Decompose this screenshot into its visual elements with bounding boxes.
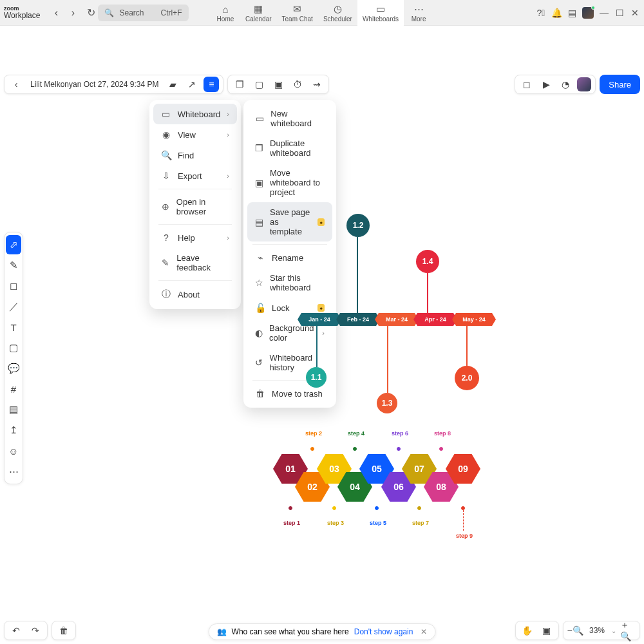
tab-home[interactable]: ⌂Home bbox=[211, 0, 240, 26]
premium-badge: ⬥ bbox=[317, 218, 325, 226]
submenu-new-label: New whiteboard bbox=[270, 109, 325, 128]
people-icon: 👥 bbox=[217, 627, 227, 636]
submenu-duplicate-label: Duplicate whiteboard bbox=[270, 138, 325, 158]
zoom-chevron-icon[interactable]: ⌄ bbox=[611, 627, 616, 634]
tab-more-label: More bbox=[412, 15, 426, 23]
tab-scheduler-label: Scheduler bbox=[323, 15, 352, 23]
submenu-save-template-label: Save page as template bbox=[270, 207, 311, 236]
help-icon[interactable]: ?⃝ bbox=[536, 8, 546, 18]
menu-open-browser[interactable]: ⊕Open in browser bbox=[153, 192, 237, 222]
submenu-move[interactable]: ▣Move whiteboard to project bbox=[247, 163, 332, 202]
submenu-rename[interactable]: ⌁Rename bbox=[247, 247, 332, 268]
timeline-node[interactable]: 2.0 bbox=[455, 366, 479, 390]
menu-feedback[interactable]: ✎Leave feedback bbox=[153, 248, 237, 278]
nav-forward-button[interactable]: › bbox=[66, 6, 80, 20]
undo-button[interactable]: ↶ bbox=[8, 623, 24, 638]
submenu-new[interactable]: ▭New whiteboard bbox=[247, 104, 332, 133]
step-dot bbox=[289, 506, 292, 510]
video-icon[interactable]: ▶ bbox=[538, 77, 554, 92]
window-minimize[interactable]: — bbox=[599, 8, 609, 18]
timeline-node[interactable]: 1.4 bbox=[416, 250, 439, 273]
search-box[interactable]: 🔍 Search Ctrl+F bbox=[98, 5, 188, 21]
submenu-duplicate[interactable]: ❐Duplicate whiteboard bbox=[247, 133, 332, 163]
profile-avatar[interactable] bbox=[582, 7, 594, 19]
menu-help[interactable]: ?Help› bbox=[153, 227, 237, 248]
tool-upload[interactable]: ↥ bbox=[6, 421, 21, 440]
timer-icon[interactable]: ⏱ bbox=[290, 77, 305, 92]
timeline-node[interactable]: 1.3 bbox=[377, 393, 397, 413]
trash-icon: 🗑 bbox=[255, 388, 265, 399]
tool-line[interactable]: ／ bbox=[6, 297, 21, 316]
tool-sticky[interactable]: ▢ bbox=[6, 338, 21, 357]
follow-icon[interactable]: ⇝ bbox=[309, 77, 325, 92]
window-maximize[interactable]: ☐ bbox=[614, 8, 625, 18]
pages-icon[interactable]: ❐ bbox=[232, 77, 247, 92]
minimap-button[interactable]: ▣ bbox=[539, 623, 554, 638]
tab-calendar[interactable]: ▦Calendar bbox=[240, 0, 277, 26]
tool-frame[interactable]: # bbox=[6, 379, 21, 399]
menu-about[interactable]: ⓘAbout bbox=[153, 283, 237, 305]
tab-scheduler[interactable]: ◷Scheduler bbox=[318, 0, 357, 26]
nav-back-button[interactable]: ‹ bbox=[49, 6, 63, 20]
tool-more[interactable]: ⋯ bbox=[6, 462, 21, 481]
share-button[interactable]: Share bbox=[600, 75, 640, 94]
hex-label: 02 bbox=[307, 482, 317, 492]
apps-icon[interactable]: ▤ bbox=[567, 8, 577, 18]
redo-button[interactable]: ↷ bbox=[28, 623, 43, 638]
timeline-month[interactable]: Feb - 24 bbox=[340, 313, 376, 326]
tool-text[interactable]: T bbox=[6, 317, 21, 337]
step-dot bbox=[310, 447, 314, 451]
present-icon[interactable]: ▢ bbox=[251, 77, 267, 92]
menu-feedback-label: Leave feedback bbox=[176, 253, 229, 272]
collaborator-avatar[interactable] bbox=[577, 77, 591, 91]
tool-emoji[interactable]: ☺ bbox=[6, 441, 21, 460]
hamburger-menu-button[interactable]: ≡ bbox=[204, 77, 219, 92]
back-chevron-button[interactable]: ‹ bbox=[8, 77, 24, 92]
submenu-save-template[interactable]: ▤Save page as template⬥ bbox=[247, 202, 332, 242]
notice-link[interactable]: Don't show again bbox=[354, 627, 413, 636]
menu-export[interactable]: ⇩Export› bbox=[153, 166, 237, 186]
paint-bucket-icon[interactable]: ▰ bbox=[165, 77, 180, 92]
tab-more[interactable]: ⋯More bbox=[404, 0, 433, 26]
timeline-month[interactable]: Apr - 24 bbox=[417, 313, 453, 326]
tool-shapes[interactable]: ◻ bbox=[6, 276, 21, 296]
step-dot bbox=[375, 506, 379, 510]
tool-select[interactable]: ⬀ bbox=[6, 235, 21, 254]
tab-calendar-label: Calendar bbox=[245, 15, 272, 23]
laser-icon[interactable]: ▣ bbox=[270, 77, 286, 92]
timeline-node[interactable]: 1.1 bbox=[306, 367, 327, 388]
zoom-level[interactable]: 33% bbox=[587, 626, 607, 635]
submenu-star-label: Star this whiteboard bbox=[270, 273, 325, 292]
record-icon[interactable]: ◔ bbox=[558, 77, 573, 92]
document-title[interactable]: Lilit Melkonyan Oct 27, 2024 9:34 PM bbox=[28, 80, 161, 89]
zoom-out-button[interactable]: −🔍 bbox=[567, 623, 583, 638]
open-external-icon[interactable]: ↗ bbox=[184, 77, 200, 92]
step-label: step 8 bbox=[434, 430, 451, 437]
tab-team-chat[interactable]: ✉Team Chat bbox=[277, 0, 318, 26]
tool-pen[interactable]: ✎ bbox=[6, 256, 21, 275]
tool-comment[interactable]: 💬 bbox=[6, 359, 21, 378]
timeline-month[interactable]: Mar - 24 bbox=[379, 313, 415, 326]
timeline-month[interactable]: May - 24 bbox=[456, 313, 492, 326]
notice-close[interactable]: ✕ bbox=[421, 627, 427, 636]
trash-button[interactable]: 🗑 bbox=[56, 623, 71, 638]
menu-whiteboard[interactable]: ▭Whiteboard› bbox=[153, 104, 237, 124]
menu-about-label: About bbox=[178, 290, 200, 299]
submenu-star[interactable]: ☆Star this whiteboard bbox=[247, 268, 332, 298]
menu-find[interactable]: 🔍Find bbox=[153, 145, 237, 166]
timeline-month[interactable]: Jan - 24 bbox=[301, 313, 337, 326]
window-close[interactable]: ✕ bbox=[630, 8, 640, 18]
export-icon: ⇩ bbox=[161, 171, 171, 181]
menu-view[interactable]: ◉View› bbox=[153, 124, 237, 145]
tab-whiteboards[interactable]: ▭Whiteboards bbox=[357, 0, 404, 26]
timeline-node[interactable]: 1.2 bbox=[346, 214, 370, 237]
hand-tool[interactable]: ✋ bbox=[520, 623, 535, 638]
feedback-icon: ✎ bbox=[161, 258, 170, 268]
hex-label: 01 bbox=[285, 464, 296, 474]
node-label: 1.1 bbox=[311, 373, 322, 382]
zoom-in-button[interactable]: ＋🔍 bbox=[620, 623, 636, 638]
comment-icon[interactable]: ◻ bbox=[519, 77, 535, 92]
tool-templates[interactable]: ▤ bbox=[6, 400, 21, 419]
bell-icon[interactable]: 🔔 bbox=[551, 8, 562, 18]
history-button[interactable]: ↻ bbox=[84, 6, 98, 20]
